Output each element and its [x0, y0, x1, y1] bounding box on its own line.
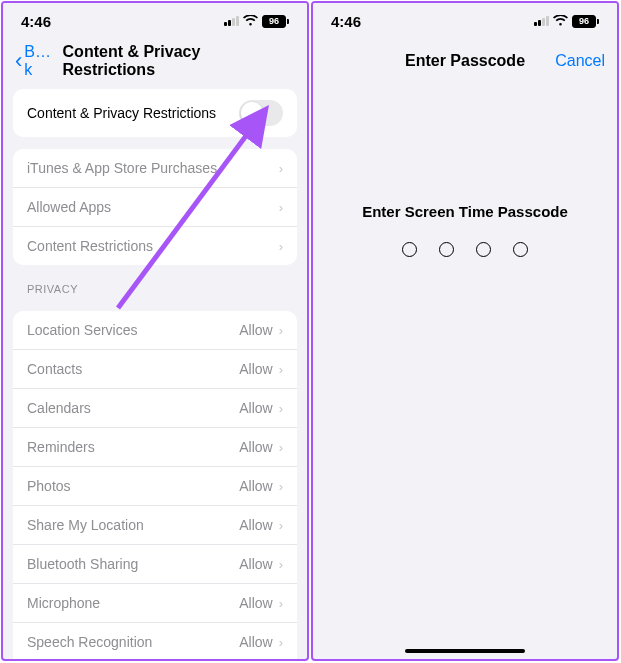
- cancel-button[interactable]: Cancel: [555, 52, 605, 70]
- share-location-row[interactable]: Share My LocationAllow›: [13, 506, 297, 545]
- status-time: 4:46: [331, 13, 361, 30]
- itunes-purchases-row[interactable]: iTunes & App Store Purchases ›: [13, 149, 297, 188]
- passcode-screen: 4:46 96 Enter Passcode Cancel Enter Scre…: [311, 1, 619, 661]
- toggle-label: Content & Privacy Restrictions: [27, 105, 239, 121]
- contacts-row[interactable]: ContactsAllow›: [13, 350, 297, 389]
- purchases-section: iTunes & App Store Purchases › Allowed A…: [13, 149, 297, 265]
- status-bar: 4:46 96: [313, 3, 617, 39]
- chevron-right-icon: ›: [279, 323, 283, 338]
- chevron-left-icon: ‹: [15, 48, 22, 74]
- wifi-icon: [553, 13, 568, 29]
- content-restrictions-row[interactable]: Content Restrictions ›: [13, 227, 297, 265]
- allowed-apps-row[interactable]: Allowed Apps ›: [13, 188, 297, 227]
- location-services-row[interactable]: Location ServicesAllow›: [13, 311, 297, 350]
- privacy-header: PRIVACY: [3, 265, 307, 299]
- chevron-right-icon: ›: [279, 479, 283, 494]
- chevron-right-icon: ›: [279, 239, 283, 254]
- calendars-row[interactable]: CalendarsAllow›: [13, 389, 297, 428]
- toggle-section: Content & Privacy Restrictions: [13, 89, 297, 137]
- status-bar: 4:46 96: [3, 3, 307, 39]
- chevron-right-icon: ›: [279, 362, 283, 377]
- passcode-dots[interactable]: [313, 242, 617, 257]
- signal-icon: [224, 16, 239, 26]
- status-time: 4:46: [21, 13, 51, 30]
- nav-bar: ‹ B…k Content & Privacy Restrictions: [3, 39, 307, 83]
- home-indicator[interactable]: [405, 649, 525, 653]
- passcode-dot: [402, 242, 417, 257]
- content-privacy-toggle-row[interactable]: Content & Privacy Restrictions: [13, 89, 297, 137]
- settings-content: Content & Privacy Restrictions iTunes & …: [3, 83, 307, 659]
- toggle-knob: [241, 102, 263, 124]
- passcode-area: Enter Screen Time Passcode: [313, 203, 617, 257]
- battery-icon: 96: [572, 15, 599, 28]
- speech-row[interactable]: Speech RecognitionAllow›: [13, 623, 297, 659]
- wifi-icon: [243, 13, 258, 29]
- passcode-dot: [513, 242, 528, 257]
- reminders-row[interactable]: RemindersAllow›: [13, 428, 297, 467]
- privacy-section: Location ServicesAllow› ContactsAllow› C…: [13, 311, 297, 659]
- passcode-dot: [439, 242, 454, 257]
- nav-bar: Enter Passcode Cancel: [313, 39, 617, 83]
- back-button[interactable]: ‹ B…k: [15, 43, 59, 79]
- chevron-right-icon: ›: [279, 161, 283, 176]
- status-right: 96: [534, 13, 599, 29]
- chevron-right-icon: ›: [279, 635, 283, 650]
- back-label: B…k: [24, 43, 58, 79]
- passcode-dot: [476, 242, 491, 257]
- chevron-right-icon: ›: [279, 440, 283, 455]
- page-title: Enter Passcode: [405, 52, 525, 70]
- chevron-right-icon: ›: [279, 596, 283, 611]
- chevron-right-icon: ›: [279, 200, 283, 215]
- content-privacy-toggle[interactable]: [239, 100, 283, 126]
- photos-row[interactable]: PhotosAllow›: [13, 467, 297, 506]
- settings-screen: 4:46 96 ‹ B…k Content & Privacy Restrict…: [1, 1, 309, 661]
- passcode-prompt: Enter Screen Time Passcode: [313, 203, 617, 220]
- bluetooth-row[interactable]: Bluetooth SharingAllow›: [13, 545, 297, 584]
- battery-icon: 96: [262, 15, 289, 28]
- microphone-row[interactable]: MicrophoneAllow›: [13, 584, 297, 623]
- chevron-right-icon: ›: [279, 401, 283, 416]
- chevron-right-icon: ›: [279, 518, 283, 533]
- chevron-right-icon: ›: [279, 557, 283, 572]
- signal-icon: [534, 16, 549, 26]
- status-right: 96: [224, 13, 289, 29]
- page-title: Content & Privacy Restrictions: [63, 43, 295, 79]
